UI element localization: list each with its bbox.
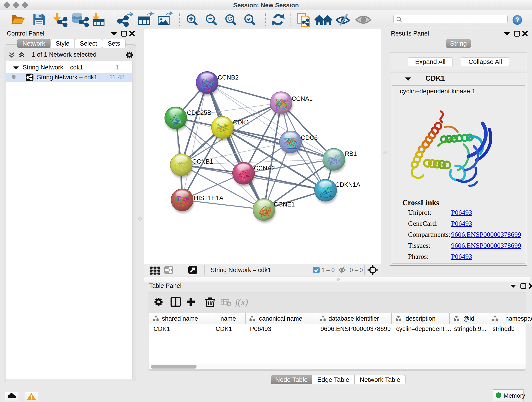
svg-text:1 – 0: 1 – 0 <box>322 267 335 274</box>
svg-text:RB1: RB1 <box>345 150 357 157</box>
svg-text:CDKN1A: CDKN1A <box>335 181 360 188</box>
svg-text:CCNB1: CCNB1 <box>192 158 213 165</box>
svg-text:CDC25B: CDC25B <box>187 109 211 116</box>
svg-text:HIST1H1A: HIST1H1A <box>194 195 223 201</box>
svg-text:CCNA2: CCNA2 <box>254 165 275 172</box>
svg-text:CCNB2: CCNB2 <box>218 74 239 81</box>
svg-text:CDK1: CDK1 <box>233 119 249 126</box>
svg-text:CCNE1: CCNE1 <box>274 201 295 208</box>
svg-text:0 – 0: 0 – 0 <box>350 267 363 274</box>
svg-text:CCNA1: CCNA1 <box>292 95 313 102</box>
svg-text:CDC6: CDC6 <box>301 134 318 141</box>
svg-text:f(x): f(x) <box>235 297 248 307</box>
